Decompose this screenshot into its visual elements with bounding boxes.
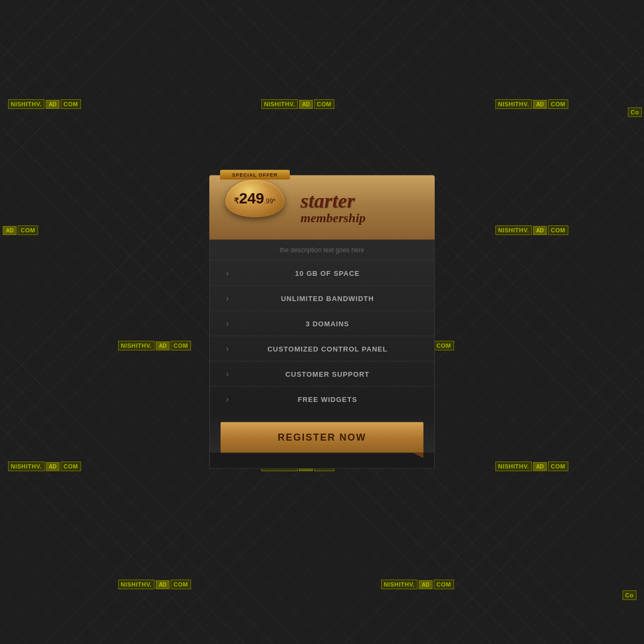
card-bottom (209, 453, 435, 469)
feature-row: › CUSTOMIZED CONTROL PANEL (210, 336, 434, 362)
badge-ribbon-text: SPECIAL OFFER (220, 170, 290, 180)
feature-label: 10 GB OF SPACE (237, 269, 418, 277)
chevron-icon: › (226, 268, 229, 278)
feature-label: 3 DOMAINS (237, 319, 418, 327)
feature-row: › CUSTOMER SUPPORT (210, 362, 434, 387)
chevron-icon: › (226, 294, 229, 303)
title-membership: membership (301, 210, 365, 224)
description-text: the description text goes here (280, 246, 364, 254)
feature-label: CUSTOMER SUPPORT (237, 370, 418, 378)
special-offer-badge: SPECIAL OFFER ₹ 249 .99* (220, 170, 290, 217)
feature-label: CUSTOMIZED CONTROL PANEL (237, 345, 418, 353)
card-footer: REGISTER NOW (209, 412, 435, 453)
chevron-icon: › (226, 344, 229, 354)
feature-label: FREE WIDGETS (237, 395, 418, 403)
feature-row: › 10 GB OF SPACE (210, 261, 434, 286)
badge-gold-shape: ₹ 249 .99* (225, 180, 284, 217)
card-header: SPECIAL OFFER ₹ 249 .99* starter members… (209, 175, 435, 240)
register-now-button[interactable]: REGISTER NOW (221, 422, 423, 453)
pricing-card: SPECIAL OFFER ₹ 249 .99* starter members… (209, 175, 435, 469)
feature-row: › 3 DOMAINS (210, 311, 434, 336)
description-row: the description text goes here (210, 240, 434, 261)
chevron-icon: › (226, 394, 229, 404)
chevron-icon: › (226, 369, 229, 379)
price-symbol: ₹ (234, 197, 239, 204)
card-body: the description text goes here › 10 GB O… (209, 240, 435, 412)
chevron-icon: › (226, 319, 229, 328)
price-main: 249 (239, 191, 264, 206)
title-starter: starter (301, 190, 365, 210)
price-cent: .99* (264, 197, 275, 205)
membership-title: starter membership (301, 190, 365, 224)
feature-row: › UNLIMITED BANDWIDTH (210, 286, 434, 311)
feature-row: › FREE WIDGETS (210, 387, 434, 412)
feature-label: UNLIMITED BANDWIDTH (237, 294, 418, 302)
